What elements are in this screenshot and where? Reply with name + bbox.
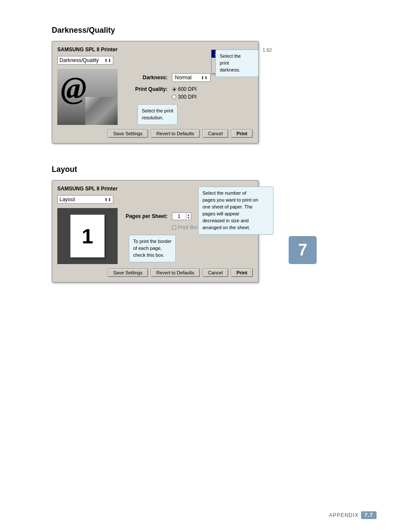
pages-per-sheet-stepper[interactable]: 1 ▲ ▼ [172,212,191,220]
dpi-600-label: 600 DPI [178,86,196,92]
dpi-300-label: 300 DPI [178,94,196,100]
layout-category-dropdown[interactable]: Layout ⬆⬇ [57,195,113,204]
dpi-radio-group: 600 DPI 300 DPI [172,86,196,100]
resolution-callout: Select the printresolution. [137,104,177,125]
stepper-value: 1 [172,213,186,220]
layout-section: Layout SAMSUNG SPL II Printer Layout ⬆⬇ … [52,165,377,283]
save-settings-button[interactable]: Save Settings [108,129,148,138]
print-quality-row: Print Quality: 600 DPI 300 DPI [125,86,253,100]
footer-badge: 7.7 [361,511,377,519]
section-number-badge: 7 [289,236,317,264]
stepper-down-arrow[interactable]: ▼ [186,216,191,219]
darkness-dropdown[interactable]: Normal ⬆⬇ [172,73,211,82]
dpi-600-radio[interactable] [172,87,176,91]
layout-heading: Layout [52,165,377,174]
darkness-quality-section: Darkness/Quality SAMSUNG SPL II Printer … [52,26,377,143]
borders-callout-text: To print the borderof each page,check th… [133,239,171,258]
darkness-callout-text: Select theprintdarkness. [220,53,241,72]
darkness-quality-heading: Darkness/Quality [52,26,377,35]
revert-defaults-button[interactable]: Revert to Defaults [151,129,200,138]
layout-dialog-buttons: Save Settings Revert to Defaults Cancel … [57,268,253,277]
pages-callout-text: Select the number ofpages you want to pr… [202,190,258,230]
layout-preview-image: 1 [57,208,118,264]
cancel-button[interactable]: Cancel [202,129,228,138]
layout-revert-defaults-button[interactable]: Revert to Defaults [151,268,200,277]
dropdown-value: Darkness/Quality [59,57,99,63]
dq-dialog-buttons: Save Settings Revert to Defaults Cancel … [57,129,253,138]
layout-save-settings-button[interactable]: Save Settings [108,268,148,277]
layout-print-button[interactable]: Print [231,268,253,277]
pages-callout: Select the number ofpages you want to pr… [198,187,274,235]
print-quality-label: Print Quality: [125,86,168,92]
dq-content-area: @ Darkness: Normal ⬆⬇ [57,69,253,125]
page-footer: Appendix 7.7 [329,511,377,519]
category-dropdown[interactable]: Darkness/Quality ⬆⬇ [57,56,113,65]
darkness-dropdown-arrow: ⬆⬇ [201,75,208,80]
layout-cancel-button[interactable]: Cancel [202,268,228,277]
dq-preview-image: @ [57,69,118,125]
pages-per-sheet-label: Pages per Sheet: [125,213,168,219]
layout-page-number-preview: 1 [70,215,105,258]
dropdown-arrow-icon: ⬆⬇ [104,58,111,63]
layout-dropdown-value: Layout [59,196,75,202]
layout-dropdown-arrow-icon: ⬆⬇ [104,197,111,202]
stepper-up-arrow[interactable]: ▲ [186,213,191,216]
darkness-value: Normal [175,75,192,81]
darkness-label: Darkness: [125,75,168,81]
print-borders-checkbox[interactable] [172,225,176,230]
dq-controls-panel: Darkness: Normal ⬆⬇ Print Quality: [125,69,253,125]
resolution-callout-text: Select the printresolution. [142,108,173,120]
darkness-callout: Select theprintdarkness. [215,50,258,77]
stepper-arrows[interactable]: ▲ ▼ [186,213,191,219]
print-button[interactable]: Print [231,129,253,138]
dpi-300-radio[interactable] [172,95,176,99]
dpi-600-option[interactable]: 600 DPI [172,86,196,92]
dpi-300-option[interactable]: 300 DPI [172,94,196,100]
footer-label: Appendix [329,512,359,518]
borders-callout: To print the borderof each page,check th… [129,235,176,262]
page-number-dq: 1.62 [263,47,272,53]
